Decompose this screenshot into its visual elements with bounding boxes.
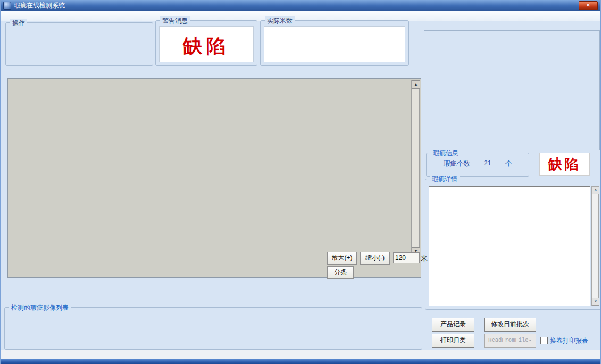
distribution-plot-panel: ▲ ▼ 放大(+) 缩小(-) 米 分条 bbox=[7, 78, 421, 278]
actions-panel: 产品记录 修改目前批次 打印归类 ReadFromFile-SIM 换卷打印报表 bbox=[424, 312, 601, 349]
basic-info-tabpage bbox=[424, 30, 600, 150]
taskbar-strip bbox=[1, 359, 600, 364]
menu-bar bbox=[1, 11, 600, 21]
thumbnail-group-label: 检测的瑕疵影像列表 bbox=[9, 303, 71, 312]
app-icon bbox=[3, 2, 11, 10]
defect-detail-table bbox=[429, 186, 590, 306]
table-scroll-down-icon[interactable]: ∨ bbox=[592, 298, 599, 306]
warning-group: 警告消息 缺陷 bbox=[155, 20, 257, 66]
zoom-out-button[interactable]: 缩小(-) bbox=[360, 252, 390, 265]
title-bar: 瑕疵在线检测系统 ✕ bbox=[1, 0, 600, 11]
meters-panel bbox=[264, 26, 405, 62]
operation-group-label: 操作 bbox=[10, 19, 27, 28]
warning-group-label: 警告消息 bbox=[160, 16, 190, 26]
warning-panel: 缺陷 bbox=[159, 26, 254, 62]
defect-count-unit: 个 bbox=[505, 159, 512, 168]
read-from-file-button: ReadFromFile-SIM bbox=[484, 334, 536, 348]
defect-count-line: 瑕疵个数 21 个 bbox=[427, 159, 529, 168]
defect-badge: 缺陷 bbox=[539, 153, 590, 176]
split-button[interactable]: 分条 bbox=[327, 266, 354, 279]
print-on-roll-change-checkbox[interactable] bbox=[540, 337, 548, 344]
zoom-in-button[interactable]: 放大(+) bbox=[327, 252, 357, 265]
defect-count-value: 21 bbox=[484, 159, 491, 168]
defect-info-label: 瑕疵信息 bbox=[431, 149, 461, 158]
close-button[interactable]: ✕ bbox=[579, 1, 598, 10]
meters-group: 实际米数 bbox=[260, 20, 409, 66]
app-window: 瑕疵在线检测系统 ✕ 操作 警告消息 缺陷 实际米数 ▲ ▼ 放大(+) 缩小(… bbox=[0, 0, 601, 364]
defect-detail-label: 瑕疵详情 bbox=[430, 175, 460, 184]
table-scrollbar[interactable]: ∧ ∨ bbox=[591, 186, 599, 306]
meters-group-label: 实际米数 bbox=[265, 16, 295, 26]
window-title: 瑕疵在线检测系统 bbox=[14, 1, 65, 10]
print-on-roll-change-label: 换卷打印报表 bbox=[550, 336, 588, 345]
product-record-button[interactable]: 产品记录 bbox=[432, 318, 474, 332]
range-input[interactable] bbox=[393, 252, 420, 263]
modify-batch-button[interactable]: 修改目前批次 bbox=[484, 318, 536, 332]
status-bar bbox=[1, 350, 600, 359]
scroll-up-icon[interactable]: ▲ bbox=[412, 80, 420, 89]
defect-detail-group: 瑕疵详情 ∧ ∨ bbox=[425, 179, 601, 310]
plot-scrollbar[interactable]: ▲ ▼ bbox=[411, 80, 420, 256]
defect-count-label: 瑕疵个数 bbox=[444, 159, 470, 168]
print-classify-button[interactable]: 打印归类 bbox=[432, 334, 474, 348]
operation-group: 操作 bbox=[5, 22, 153, 66]
table-scroll-up-icon[interactable]: ∧ bbox=[592, 187, 599, 194]
warning-message: 缺陷 bbox=[160, 27, 253, 65]
thumbnail-group: 检测的瑕疵影像列表 bbox=[4, 307, 422, 350]
defect-info-group: 瑕疵信息 瑕疵个数 21 个 bbox=[426, 153, 529, 177]
